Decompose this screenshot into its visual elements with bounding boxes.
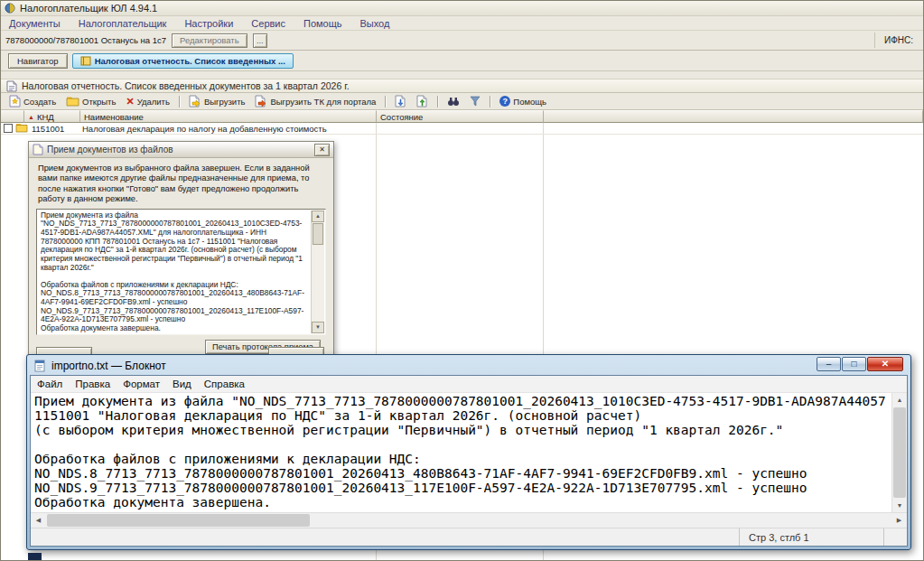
filter-funnel-icon [470, 96, 481, 107]
notebook-icon [80, 55, 91, 66]
menu-exit[interactable]: Выход [360, 18, 390, 29]
scroll-down-icon[interactable]: ▼ [892, 499, 907, 512]
text-line: (с выбором критерия множественной регист… [34, 423, 891, 437]
help-button[interactable]: ? Помощь [496, 94, 550, 109]
org-selector[interactable]: 7878000000/787801001 Останусь на 1с7 [5, 35, 166, 45]
export-tk-label: Выгрузить ТК для портала [270, 97, 376, 107]
header-select-column[interactable] [1, 110, 24, 123]
toolbar-separator [385, 96, 386, 108]
close-button[interactable]: ✕ [867, 357, 903, 371]
notepad-menu-help[interactable]: Справка [198, 379, 251, 389]
text-line: NO_NDS.9_7713_7713_7878000000787801001_2… [34, 481, 891, 495]
header-name-label: Наименование [84, 112, 144, 122]
dialog-log-box: Прием документа из файла "NO_NDS_7713_77… [36, 209, 326, 335]
delete-label: Удалить [137, 97, 170, 107]
maximize-button[interactable]: □ [842, 357, 866, 371]
window-controls: – □ ✕ [817, 357, 903, 371]
more-button[interactable]: ... [253, 33, 267, 48]
document-toolbar: Создать Открыть ✕ Удалить Выгрузить [1, 93, 923, 110]
report-sheet-icon [6, 80, 17, 92]
search-button[interactable] [443, 94, 463, 109]
header-knd-column[interactable]: ▲ КНД [24, 110, 80, 123]
app-titlebar[interactable]: Налогоплательщик ЮЛ 4.94.1 [1, 1, 923, 16]
edit-button[interactable]: Редактировать [172, 33, 247, 48]
export-tk-icon [255, 95, 267, 108]
notepad-titlebar[interactable]: importno.txt — Блокнот [27, 355, 910, 374]
delete-button[interactable]: ✕ Удалить [122, 94, 173, 109]
notepad-icon [33, 360, 46, 372]
tab-strip: Навигатор Налоговая отчетность. Список в… [1, 51, 923, 71]
menu-settings[interactable]: Настройки [184, 18, 233, 29]
dialog-titlebar[interactable]: Прием документов из файлов ✕ [29, 142, 333, 158]
open-label: Открыть [82, 97, 116, 107]
notepad-text: Прием документа из файла "NO_NDS_7713_77… [31, 393, 891, 512]
scroll-down-icon[interactable]: ▼ [312, 322, 324, 333]
window-corner-fragment [28, 553, 42, 561]
export-label: Выгрузить [204, 97, 246, 107]
help-label: Помощь [513, 97, 546, 107]
menu-taxpayer[interactable]: Налогоплательщик [79, 18, 167, 29]
app-window: Налогоплательщик ЮЛ 4.94.1 Документы Нал… [0, 0, 924, 561]
menu-help[interactable]: Помощь [303, 18, 342, 29]
header-state-column[interactable]: Состояние [377, 110, 544, 123]
horizontal-scrollbar[interactable]: ◀ ▶ [31, 512, 907, 528]
text-line: 1151001 "Налоговая декларация по НДС" за… [34, 408, 891, 423]
filter-button[interactable] [466, 94, 484, 109]
ifns-label: ИФНС: [874, 33, 919, 48]
export-icon [189, 95, 201, 108]
section-header: Налоговая отчетность. Список введенных д… [1, 79, 923, 93]
dialog-log-scrollbar[interactable]: ▲ ▼ [311, 210, 324, 333]
text-line: Обработка документа завершена. [34, 495, 891, 510]
header-knd-label: КНД [37, 112, 54, 122]
notepad-menu-file[interactable]: Файл [31, 379, 69, 389]
scrollbar-thumb[interactable] [313, 223, 323, 245]
notepad-text-area[interactable]: Прием документа из файла "NO_NDS_7713_77… [31, 393, 907, 512]
load-file-button[interactable] [391, 94, 410, 109]
scrollbar-thumb[interactable] [47, 514, 310, 527]
log-line: Обработка документа завершена. [41, 324, 309, 332]
export-tk-button[interactable]: Выгрузить ТК для портала [251, 94, 379, 109]
notepad-menu-edit[interactable]: Правка [69, 379, 117, 389]
app-title: Налогоплательщик ЮЛ 4.94.1 [20, 3, 157, 14]
tab-label: Налоговая отчетность. Список введенных .… [95, 56, 285, 66]
export-button[interactable]: Выгрузить [185, 94, 249, 109]
scroll-up-icon[interactable]: ▲ [892, 393, 907, 407]
table-row[interactable]: 1151001 Налоговая декларация по налогу н… [1, 123, 923, 135]
text-line: Обработка файлов с приложениями к деклар… [34, 452, 891, 466]
notepad-menu-view[interactable]: Вид [166, 379, 198, 389]
org-toolbar: 7878000000/787801001 Останусь на 1с7 Ред… [1, 31, 923, 51]
menu-service[interactable]: Сервис [251, 18, 285, 29]
create-button[interactable]: Создать [5, 94, 60, 109]
notepad-body: Файл Правка Формат Вид Справка Прием док… [30, 375, 908, 547]
help-icon: ? [499, 96, 510, 107]
notepad-window: importno.txt — Блокнот – □ ✕ Файл Правка… [26, 354, 911, 550]
text-line [34, 437, 891, 452]
dialog-icon [33, 144, 43, 155]
tab-tax-reporting[interactable]: Налоговая отчетность. Список введенных .… [72, 53, 294, 69]
import-dialog: Прием документов из файлов ✕ Прием докум… [28, 141, 334, 369]
open-button[interactable]: Открыть [62, 94, 119, 109]
text-line: Прием документа из файла "NO_NDS_7713_77… [34, 394, 891, 408]
navigator-button[interactable]: Навигатор [8, 53, 68, 69]
header-empty-column [544, 110, 923, 123]
scroll-left-icon[interactable]: ◀ [31, 513, 46, 528]
dialog-log-text: Прием документа из файла "NO_NDS_7713_77… [41, 211, 309, 332]
row-checkbox[interactable] [4, 124, 13, 133]
app-icon [5, 3, 15, 14]
log-line: NO_NDS.8_7713_7713_7878000000787801001_2… [41, 289, 309, 306]
vertical-scrollbar[interactable]: ▲ ▼ [891, 393, 907, 512]
dialog-intro-text: Прием документов из выбранного файла зав… [38, 164, 324, 205]
scrollbar-thumb[interactable] [893, 407, 906, 498]
dialog-close-button[interactable]: ✕ [314, 144, 330, 156]
header-name-column[interactable]: Наименование [80, 110, 377, 123]
scroll-up-icon[interactable]: ▲ [312, 210, 324, 222]
receive-file-button[interactable] [413, 94, 432, 109]
scroll-right-icon[interactable]: ▶ [891, 513, 907, 528]
minimize-button[interactable]: – [817, 357, 841, 371]
log-line: "NO_NDS_7713_7713_7878000000787801001_20… [41, 220, 309, 272]
menu-documents[interactable]: Документы [9, 18, 61, 29]
resize-grip[interactable] [883, 528, 907, 546]
spacer [1, 71, 923, 79]
notepad-menu-format[interactable]: Формат [117, 379, 166, 389]
toolbar-separator [179, 96, 180, 108]
